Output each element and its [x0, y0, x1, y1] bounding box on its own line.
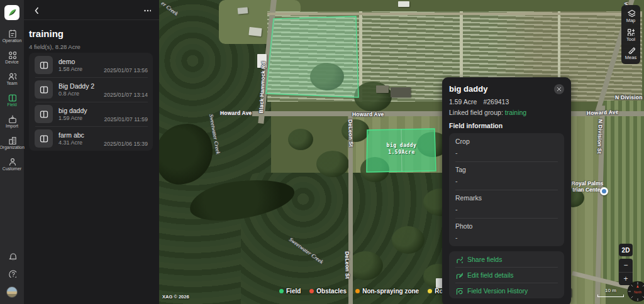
sidebar-item[interactable]: Team	[0, 68, 24, 89]
compass[interactable]: North	[627, 281, 644, 302]
action-label: Field Version History	[467, 287, 528, 295]
sidebar-item-icon	[8, 93, 16, 102]
sidebar-item-icon	[8, 114, 16, 123]
scale-label: 10 m	[597, 288, 624, 293]
popup-field-id: #269413	[483, 98, 509, 106]
more-icon[interactable]	[143, 6, 151, 14]
field-actions-card: Share fields Edit field details Field Ve…	[449, 251, 564, 298]
scale-bar: 10 m	[597, 288, 624, 297]
linked-group-link[interactable]: training	[505, 109, 526, 116]
xag-logo[interactable]	[4, 5, 19, 20]
sidebar-item-icon	[8, 29, 16, 38]
sidebar-item[interactable]: Field	[0, 89, 24, 111]
sidebar-item-label: Field	[7, 102, 16, 107]
back-icon[interactable]	[32, 6, 40, 14]
info-row: Remarks -	[449, 190, 564, 218]
selected-farm-field-polygon[interactable]	[266, 16, 358, 97]
field-area: 1.59 Acre	[58, 116, 99, 121]
info-value: -	[455, 234, 558, 241]
map-label: DeLeon St	[344, 251, 351, 279]
toolbar-item-label: Tool	[626, 36, 635, 42]
view-mode-button[interactable]: 2D	[619, 244, 633, 256]
field-date: 2025/01/06 15:39	[104, 141, 148, 151]
sidebar-item[interactable]: Customer	[0, 153, 24, 175]
help-icon[interactable]	[8, 269, 16, 278]
zoom-out-button[interactable]: −	[619, 259, 633, 273]
sidebar-item[interactable]: Organization	[0, 132, 24, 153]
sidebar-item-label: Import	[6, 124, 18, 129]
legend-label: Non-spraying zone	[362, 288, 419, 295]
sidebar-item-label: Team	[6, 81, 17, 86]
info-value: -	[455, 149, 558, 156]
map-label: N Division St	[596, 119, 604, 154]
field-list-item[interactable]: farm abc 4.31 Acre 2025/01/06 15:39	[29, 126, 153, 151]
sidebar: Operation Device Team Field	[0, 0, 24, 304]
field-name: big daddy	[58, 107, 99, 114]
info-label: Crop	[455, 138, 558, 145]
field-thumbnail	[35, 56, 53, 74]
sidebar-item-label: Operation	[3, 38, 22, 43]
sidebar-nav: Operation Device Team Field	[0, 25, 24, 175]
info-value: -	[455, 205, 558, 213]
scale-line	[597, 295, 624, 297]
toolbar-item[interactable]: Meas	[625, 46, 636, 60]
field-date: 2025/01/07 11:59	[104, 116, 148, 126]
action-row[interactable]: Share fields	[449, 251, 564, 267]
field-count-summary: 4 field(s), 8.28 Acre	[29, 43, 154, 50]
action-label: Share fields	[467, 256, 502, 263]
section-title: Field information	[449, 122, 564, 129]
satellite-map[interactable]: big daddy 1.59Acre er Creek Sweetwater C…	[159, 0, 644, 304]
sidebar-item[interactable]: Import	[0, 111, 24, 132]
info-value: -	[455, 177, 558, 185]
field-tile-icon	[39, 60, 48, 70]
sidebar-item[interactable]: Operation	[0, 25, 24, 46]
legend-dot	[355, 289, 360, 293]
field-details-popup: big daddy 1.59 Acre #269413 Linked field…	[442, 77, 571, 304]
action-row[interactable]: Field Version History	[449, 283, 564, 298]
close-button[interactable]	[554, 84, 564, 94]
avatar[interactable]	[6, 286, 18, 298]
sidebar-item-label: Device	[5, 60, 18, 65]
field-thumbnail	[35, 80, 53, 99]
legend-dot	[279, 289, 284, 293]
field-thumbnail	[35, 129, 53, 148]
map-legend: Field Obstacles Non-spraying zone Route	[279, 288, 453, 295]
big-daddy-field-label: big daddy 1.59Acre	[367, 142, 436, 156]
sidebar-item[interactable]: Device	[0, 46, 24, 68]
toolbar-item-icon	[627, 9, 635, 17]
field-list-item[interactable]: demo 1.58 Acre 2025/01/07 13:56	[29, 53, 153, 77]
toolbar-item-label: Meas	[625, 55, 636, 60]
map-label: Howard Ave	[352, 111, 384, 117]
sidebar-item-icon	[8, 136, 16, 144]
field-group-panel: training 4 field(s), 8.28 Acre demo 1.58…	[24, 0, 159, 304]
action-icon	[455, 271, 463, 279]
close-icon	[557, 87, 562, 92]
map-label: Howard Ave	[587, 109, 619, 116]
sidebar-item-icon	[8, 72, 16, 80]
toolbar-item[interactable]: Map	[626, 9, 636, 23]
action-row[interactable]: Edit field details	[449, 267, 564, 283]
info-label: Tag	[455, 166, 558, 173]
field-area: 4.31 Acre	[58, 140, 98, 146]
popup-title: big daddy	[449, 84, 487, 94]
bell-icon[interactable]	[8, 252, 16, 261]
leaf-icon	[7, 8, 18, 18]
toolbar-item-icon	[627, 46, 635, 54]
map-toolbar: Map Tool Meas	[621, 5, 640, 64]
linked-group-label: Linked field group:	[449, 109, 503, 116]
legend-label: Field	[286, 288, 301, 295]
page-title: training	[29, 28, 154, 39]
info-label: Remarks	[455, 194, 558, 202]
info-row: Crop -	[449, 133, 564, 161]
toolbar-item[interactable]: Tool	[626, 28, 635, 42]
field-list: demo 1.58 Acre 2025/01/07 13:56 Big Dadd…	[29, 53, 153, 151]
field-area: 0.8 Acre	[58, 91, 98, 97]
poi-marker[interactable]	[600, 187, 608, 195]
field-list-item[interactable]: big daddy 1.59 Acre 2025/01/07 11:59	[29, 102, 153, 126]
map-label: DeLeon St	[347, 119, 355, 147]
popup-area: 1.59 Acre	[449, 98, 477, 106]
legend-dot	[428, 289, 432, 293]
sidebar-item-label: Organization	[0, 145, 25, 150]
field-list-item[interactable]: Big Daddy 2 0.8 Acre 2025/01/07 13:14	[29, 77, 153, 102]
field-date: 2025/01/07 13:56	[104, 67, 148, 77]
